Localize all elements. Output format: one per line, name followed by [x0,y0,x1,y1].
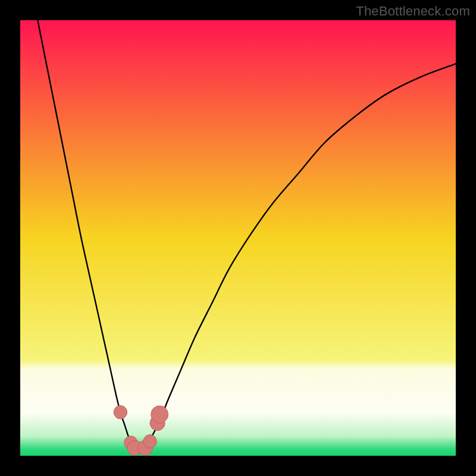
plot-area [20,20,456,456]
curve-marker [143,435,156,448]
curve-layer [20,20,456,456]
curve-marker [151,406,168,423]
bottleneck-curve [37,20,456,452]
curve-markers [114,406,168,456]
outer-frame: TheBottleneck.com [0,0,476,476]
curve-marker [114,406,127,419]
watermark-text: TheBottleneck.com [356,4,470,19]
